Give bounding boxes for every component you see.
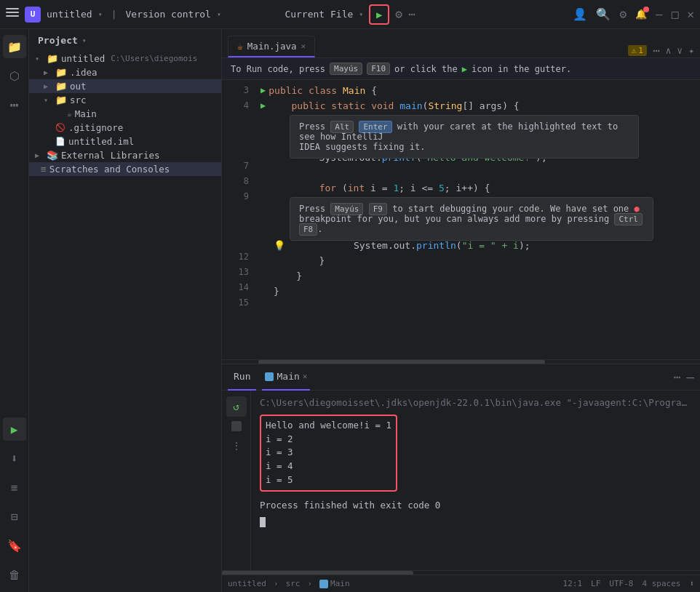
structure-icon[interactable]: ⬡ xyxy=(3,64,26,87)
run-output-highlighted: Hello and welcome!i = 1 i = 2 i = 3 i = … xyxy=(260,415,397,492)
main-layout: 📁 ⬡ ⋯ ▶ ⬇ ≡ ⊟ 🔖 🗑 Project ▾ ▾ 📁 untitled… xyxy=(0,29,700,592)
sidebar-title: Project ▾ xyxy=(38,35,87,46)
external-libraries[interactable]: ▶ 📚 External Libraries xyxy=(29,148,221,162)
notification-icon[interactable]: 🔔 xyxy=(635,9,647,20)
gutter-run-4[interactable]: ▶ xyxy=(260,98,266,113)
main-label: Main xyxy=(75,108,97,119)
charset-indicator[interactable]: UTF-8 xyxy=(609,579,633,588)
main-java-tab[interactable]: ☕ Main.java ✕ xyxy=(228,36,315,57)
close-button[interactable]: ✕ xyxy=(687,7,694,21)
maximize-button[interactable]: □ xyxy=(672,7,679,21)
scratches-label: Scratches and Consoles xyxy=(49,164,170,175)
download-icon[interactable]: ⬇ xyxy=(3,447,26,470)
run-output: C:\Users\diegomoisset\.jdks\openjdk-22.0… xyxy=(251,391,700,570)
editor-more-icon[interactable]: ⋯ xyxy=(653,44,660,57)
run-button[interactable]: ▶ xyxy=(369,4,389,25)
main-tab-icon xyxy=(265,372,274,381)
search-icon[interactable]: 🔍 xyxy=(596,7,610,21)
code-area[interactable]: ▶ public class Main { ▶ public static vo… xyxy=(255,80,700,359)
status-bar-right: 12:1 LF UTF-8 4 spaces ⬆ xyxy=(563,579,694,588)
main-tab[interactable]: Main ✕ xyxy=(262,364,310,391)
main-tab-close[interactable]: ✕ xyxy=(303,372,308,381)
out-folder-icon: 📁 xyxy=(55,81,67,92)
gitignore-file[interactable]: 🚫 .gitignore xyxy=(29,121,221,135)
main-file[interactable]: ☕ Main xyxy=(29,107,221,121)
collapse-icon[interactable]: ∧ xyxy=(666,45,672,56)
main-file-icon: ☕ xyxy=(67,109,72,119)
run-stop-button[interactable] xyxy=(231,421,242,431)
user-icon[interactable]: 👤 xyxy=(573,7,587,21)
settings-icon[interactable]: ⚙ xyxy=(619,7,627,21)
hint-f10-key: F10 xyxy=(367,63,390,75)
out-folder[interactable]: ▶ 📁 out xyxy=(29,79,221,93)
tab-close-button[interactable]: ✕ xyxy=(301,41,306,51)
version-control-chevron-icon: ▾ xyxy=(217,10,221,18)
src-folder-icon: 📁 xyxy=(55,95,67,105)
idea-chevron-icon: ▶ xyxy=(44,68,52,76)
scroll-right-icon[interactable]: ✦ xyxy=(688,45,694,56)
run-cursor xyxy=(260,517,266,527)
breadcrumb-root[interactable]: untitled xyxy=(228,579,266,588)
run-more-button[interactable]: ⋮ xyxy=(226,436,247,456)
project-view-icon[interactable]: 📁 xyxy=(3,35,26,58)
title-bar-center: Current File ▾ ▶ ⚙ ⋯ xyxy=(235,4,464,25)
output-line-5: i = 5 xyxy=(266,473,391,487)
run-more-icon[interactable]: ⋯ xyxy=(674,370,681,384)
output-line-2: i = 2 xyxy=(266,433,391,447)
gitignore-label: .gitignore xyxy=(68,122,123,133)
bookmarks-icon[interactable]: 🔖 xyxy=(3,534,26,557)
code-line-15: } xyxy=(260,284,700,299)
idea-folder[interactable]: ▶ 📁 .idea xyxy=(29,65,221,79)
more-options-icon[interactable]: ⋯ xyxy=(408,7,415,21)
warning-badge[interactable]: ⚠ 1 xyxy=(628,45,647,56)
iml-file[interactable]: 📄 untitled.iml xyxy=(29,135,221,148)
out-chevron-icon: ▶ xyxy=(44,82,52,90)
scratches-icon: ≡ xyxy=(41,164,47,175)
line-numbers: 3 4 7 8 9 12 13 14 15 xyxy=(222,80,255,359)
ln-7 xyxy=(222,204,249,249)
iml-label: untitled.iml xyxy=(68,136,134,147)
ext-folder-icon: 📚 xyxy=(47,150,58,161)
run-config-icon[interactable]: ⚙ xyxy=(395,7,402,21)
run-panel: Run Main ✕ ⋯ — ↺ ⋮ C:\ xyxy=(222,364,700,575)
project-icon: U xyxy=(25,7,41,23)
position-indicator[interactable]: 12:1 xyxy=(563,579,583,588)
terminal-icon[interactable]: ≡ xyxy=(3,476,26,499)
project-name[interactable]: untitled xyxy=(47,9,92,20)
git-push-icon[interactable]: ⬆ xyxy=(689,579,694,588)
run-rerun-button[interactable]: ↺ xyxy=(226,396,247,417)
hint-text-2: or click the xyxy=(394,64,458,74)
bulb-icon[interactable]: 💡 xyxy=(274,238,285,253)
trash-icon[interactable]: 🗑 xyxy=(3,563,26,586)
more-icon[interactable]: ⋯ xyxy=(3,93,26,116)
project-chevron-icon: ▾ xyxy=(98,10,103,18)
layout-icon[interactable]: ⊟ xyxy=(3,505,26,528)
src-folder[interactable]: ▾ 📁 src xyxy=(29,93,221,107)
hint-container-1: Press Alt Enter with your caret at the h… xyxy=(260,113,700,150)
hamburger-menu[interactable] xyxy=(6,8,19,21)
breadcrumb-main[interactable]: Main xyxy=(319,579,350,588)
run-tab[interactable]: Run xyxy=(228,364,256,391)
current-file-label[interactable]: Current File xyxy=(285,9,353,20)
run-collapse-icon[interactable]: — xyxy=(686,369,694,385)
minimize-button[interactable]: — xyxy=(656,7,663,21)
version-control-label[interactable]: Version control xyxy=(125,9,210,20)
scratches-item[interactable]: ≡ Scratches and Consoles xyxy=(29,162,221,176)
run-sidebar-icon[interactable]: ▶ xyxy=(3,417,26,441)
tree-root[interactable]: ▾ 📁 untitled C:\Users\diegomois xyxy=(29,52,221,65)
run-panel-actions: ⋯ — xyxy=(674,369,694,385)
breadcrumb-src[interactable]: src xyxy=(286,579,301,588)
line-ending-indicator[interactable]: LF xyxy=(591,579,600,588)
expand-icon[interactable]: ∨ xyxy=(677,45,683,56)
activity-bar: 📁 ⬡ ⋯ ▶ ⬇ ≡ ⊟ 🔖 🗑 xyxy=(0,29,29,592)
hint-box-alt-enter: Press Alt Enter with your caret at the h… xyxy=(290,115,639,159)
project-label: Project xyxy=(38,35,78,46)
breadcrumb-sep-2: › xyxy=(307,579,312,588)
root-folder-icon: 📁 xyxy=(47,53,58,64)
tabs: ☕ Main.java ✕ xyxy=(228,36,315,57)
editor-content: 3 4 7 8 9 12 13 14 15 ▶ public class Mai… xyxy=(222,80,700,359)
indent-indicator[interactable]: 4 spaces xyxy=(642,579,680,588)
ext-label: External Libraries xyxy=(61,150,159,161)
gutter-run-3[interactable]: ▶ xyxy=(260,83,266,98)
ext-chevron-icon: ▶ xyxy=(35,151,44,159)
